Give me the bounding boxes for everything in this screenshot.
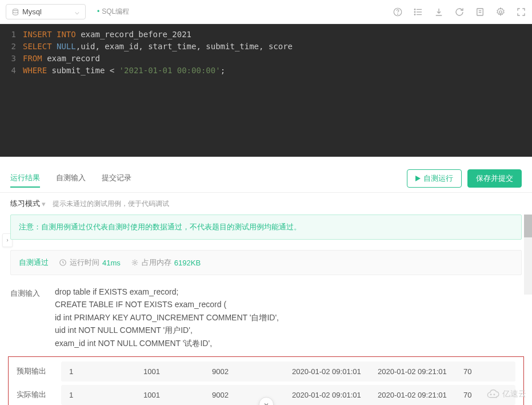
scrollbar[interactable] xyxy=(524,215,532,295)
self-test-input: 自测输入 drop table if EXISTS exam_record;CR… xyxy=(10,285,522,350)
watermark: 亿速云 xyxy=(485,389,526,399)
status-pass: 自测通过 xyxy=(19,257,49,268)
help-icon[interactable] xyxy=(393,7,403,17)
refresh-icon[interactable] xyxy=(454,7,465,17)
content-area: 注意：自测用例通过仅代表自测时使用的数据通过，不代表题目的测试用例均能通过。 自… xyxy=(0,215,532,350)
expected-output: 1100190022020-01-02 09:01:012020-01-02 0… xyxy=(61,362,515,382)
clock-icon xyxy=(59,259,67,267)
svg-point-14 xyxy=(134,261,136,264)
mode-hint: 提示未通过的测试用例，便于代码调试 xyxy=(53,199,169,209)
cloud-icon xyxy=(485,389,500,399)
watermark-text: 亿速云 xyxy=(502,389,526,399)
tab-自测输入[interactable]: 自测输入 xyxy=(56,169,86,188)
result-tabs: 运行结果自测输入提交记录 xyxy=(10,169,131,188)
action-buttons: 自测运行 保存并提交 xyxy=(407,169,522,188)
mode-select[interactable]: 练习模式 ▾ xyxy=(10,198,46,209)
caret-down-icon: ▾ xyxy=(42,200,46,208)
svg-point-8 xyxy=(414,14,415,15)
sql-tag: SQL编程 xyxy=(97,7,129,17)
memory-label: 占用内存 xyxy=(142,257,171,268)
run-button[interactable]: 自测运行 xyxy=(407,169,462,188)
result-toolbar: 运行结果自测输入提交记录 自测运行 保存并提交 xyxy=(0,165,532,193)
mode-label-text: 练习模式 xyxy=(10,198,40,209)
svg-rect-9 xyxy=(477,9,483,15)
notice-banner: 注意：自测用例通过仅代表自测时使用的数据通过，不代表题目的测试用例均能通过。 xyxy=(10,215,522,240)
code-editor[interactable]: 1INSERT INTO exam_record_before_20212SEL… xyxy=(0,24,532,157)
svg-point-6 xyxy=(414,9,415,10)
svg-point-2 xyxy=(398,14,398,14)
runtime-label: 运行时间 xyxy=(70,257,99,268)
note-icon[interactable] xyxy=(475,7,485,17)
run-label: 自测运行 xyxy=(423,173,453,184)
svg-point-15 xyxy=(490,394,492,395)
list-icon[interactable] xyxy=(413,7,423,17)
status-bar: 自测通过 运行时间 41ms 占用内存 6192KB xyxy=(10,250,522,275)
expected-output-row: 预期输出 1100190022020-01-02 09:01:012020-01… xyxy=(17,362,515,382)
runtime-value: 41ms xyxy=(102,259,121,267)
settings-icon[interactable] xyxy=(495,7,506,17)
self-test-input-body[interactable]: drop table if EXISTS exam_record;CREATE … xyxy=(55,285,522,350)
svg-point-0 xyxy=(13,9,18,10)
toolbar-left: Mysql ⌵ SQL编程 xyxy=(6,4,129,19)
actual-output: 1100190022020-01-02 09:01:012020-01-02 0… xyxy=(61,385,515,405)
mode-row: 练习模式 ▾ 提示未通过的测试用例，便于代码调试 xyxy=(0,193,532,215)
scrollbar-thumb[interactable] xyxy=(524,215,532,237)
download-icon[interactable] xyxy=(434,7,444,17)
svg-point-16 xyxy=(493,394,495,395)
svg-point-12 xyxy=(499,10,502,13)
db-select[interactable]: Mysql ⌵ xyxy=(6,4,86,19)
runtime-stat: 运行时间 41ms xyxy=(59,257,121,268)
self-test-input-label: 自测输入 xyxy=(10,285,45,350)
memory-value: 6192KB xyxy=(174,259,201,267)
toolbar-right xyxy=(393,7,526,17)
chevron-down-icon: ⌵ xyxy=(75,7,79,16)
svg-point-7 xyxy=(414,11,415,13)
tab-提交记录[interactable]: 提交记录 xyxy=(102,169,131,188)
toolbar: Mysql ⌵ SQL编程 xyxy=(0,0,532,24)
actual-label: 实际输出 xyxy=(17,390,51,400)
expected-label: 预期输出 xyxy=(17,366,51,376)
memory-stat: 占用内存 6192KB xyxy=(131,257,201,268)
fullscreen-icon[interactable] xyxy=(516,7,526,17)
submit-label: 保存并提交 xyxy=(476,173,513,184)
play-icon xyxy=(415,176,421,181)
submit-button[interactable]: 保存并提交 xyxy=(467,169,522,188)
database-icon xyxy=(12,9,19,15)
memory-icon xyxy=(131,259,139,267)
db-name: Mysql xyxy=(22,7,71,16)
tab-运行结果[interactable]: 运行结果 xyxy=(10,169,40,188)
